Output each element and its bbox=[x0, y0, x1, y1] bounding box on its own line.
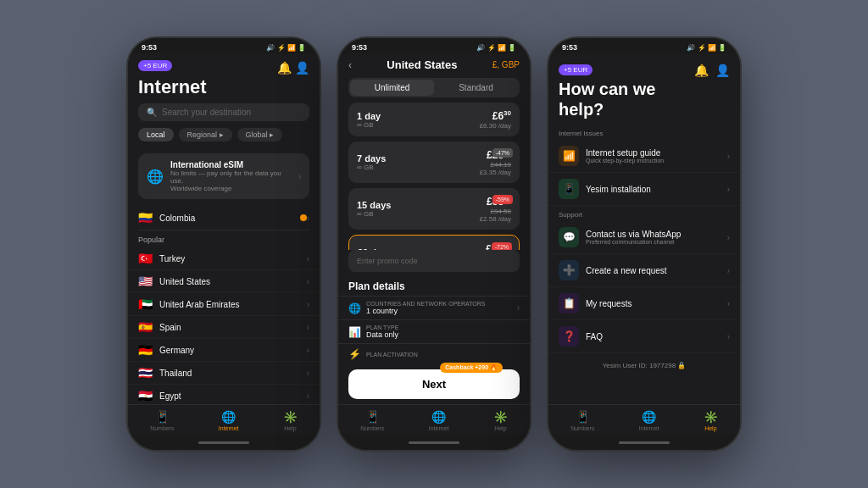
plan-15days-label: 15 days bbox=[357, 200, 391, 210]
esim-sub2: Worldwide coverage bbox=[170, 185, 292, 192]
status-time-2: 9:53 bbox=[352, 43, 367, 52]
p3-nav-help[interactable]: ✳️ Help bbox=[704, 410, 718, 431]
status-time-3: 9:53 bbox=[562, 43, 577, 52]
plan-7days[interactable]: 7 days ∞ GB £2340 £44.10 £3.35 /day -47% bbox=[348, 141, 520, 183]
p2-nav-internet[interactable]: 🌐 Internet bbox=[429, 410, 449, 431]
p3-numbers-label: Numbers bbox=[570, 425, 594, 431]
p1-tabs: Local Regional ▸ Global ▸ bbox=[138, 128, 309, 141]
help-new-request[interactable]: ➕ Create a new request › bbox=[548, 254, 740, 287]
colombia-item[interactable]: 🇨🇴 Colombia › bbox=[138, 206, 309, 230]
nav-numbers[interactable]: 📱 Numbers bbox=[150, 410, 174, 431]
nav-internet-label: Internet bbox=[219, 425, 239, 431]
plan-15days-info: 15 days ∞ GB bbox=[357, 200, 391, 218]
setup-guide-title: Internet setup guide bbox=[586, 148, 721, 158]
p2-nav-help[interactable]: ✳️ Help bbox=[493, 410, 508, 431]
help-faq[interactable]: ❓ FAQ › bbox=[548, 320, 740, 353]
p2-help-label: Help bbox=[494, 425, 506, 431]
status-icons-1: 🔊 ⚡ 📶 🔋 bbox=[266, 44, 306, 52]
plan-30days[interactable]: 30 days ∞ GB £5220 £189 £1.75 /day -72% bbox=[348, 235, 520, 250]
popular-label: Popular bbox=[138, 230, 309, 247]
plan-details-label: Plan details bbox=[338, 277, 530, 296]
flag-germany: 🇩🇪 bbox=[138, 343, 153, 357]
esim-subtitle: No limits — pay only for the data you us… bbox=[170, 169, 292, 185]
help-whatsapp[interactable]: 💬 Contact us via WhatsApp Preferred comm… bbox=[548, 221, 740, 254]
p3-header-icons: 🔔 👤 bbox=[694, 60, 730, 77]
help-my-requests[interactable]: 📋 My requests › bbox=[548, 287, 740, 320]
plan-15days-gb: ∞ GB bbox=[357, 210, 391, 218]
p3-badge[interactable]: +5 EUR bbox=[559, 64, 593, 75]
tab-global[interactable]: Global ▸ bbox=[237, 128, 283, 141]
p2-numbers-label: Numbers bbox=[360, 425, 384, 431]
promo-input[interactable]: Enter promo code bbox=[348, 250, 520, 272]
yesim-install-title: Yesim installation bbox=[586, 185, 721, 194]
p2-internet-label: Internet bbox=[429, 425, 449, 431]
next-button[interactable]: Cashback +290 🔥 Next bbox=[348, 369, 520, 399]
help-icon: ✳️ bbox=[283, 410, 298, 424]
country-uae: United Arab Emirates bbox=[159, 300, 307, 309]
list-item[interactable]: 🇹🇷 Turkey › bbox=[128, 247, 320, 270]
tab-standard[interactable]: Standard bbox=[434, 80, 518, 96]
p1-search-bar[interactable]: 🔍 Search your destination bbox=[138, 103, 309, 121]
p1-header: +5 EUR 🔔 👤 Internet 🔍 Search your destin… bbox=[128, 53, 320, 153]
p3-title-block: +5 EUR How can wehelp? bbox=[559, 60, 655, 119]
list-item[interactable]: 🇪🇬 Egypt › bbox=[128, 385, 320, 404]
country-turkey: Turkey bbox=[159, 254, 307, 263]
plan-15days[interactable]: 15 days ∞ GB £3870 £94.50 £2.58 /day -59… bbox=[348, 188, 520, 230]
status-icons-3: 🔊 ⚡ 📶 🔋 bbox=[687, 44, 726, 52]
faq-icon: ❓ bbox=[559, 326, 579, 347]
next-label: Next bbox=[422, 378, 446, 391]
p2-plan-tabs: Unlimited Standard bbox=[348, 78, 520, 97]
back-button[interactable]: ‹ bbox=[348, 59, 352, 71]
list-item[interactable]: 🇪🇸 Spain › bbox=[128, 316, 320, 339]
list-item[interactable]: 🇦🇪 United Arab Emirates › bbox=[128, 293, 320, 316]
nav-help[interactable]: ✳️ Help bbox=[283, 410, 298, 431]
plan-15days-per: £2.58 /day bbox=[480, 215, 511, 223]
tab-local[interactable]: Local bbox=[138, 128, 174, 141]
new-request-text: Create a new request bbox=[586, 266, 721, 275]
plan-30days-info: 30 days ∞ GB bbox=[358, 247, 392, 250]
phone-2: 9:53 🔊 ⚡ 📶 🔋 ‹ United States £, GBP Unli… bbox=[337, 36, 531, 452]
help-setup-guide[interactable]: 📶 Internet setup guide Quick step-by-ste… bbox=[548, 140, 740, 173]
whatsapp-sub: Preferred communication channel bbox=[586, 239, 721, 245]
flag-turkey: 🇹🇷 bbox=[138, 252, 153, 265]
internet-issues-label: Internet Issues bbox=[548, 125, 740, 140]
p3-bell-icon[interactable]: 🔔 bbox=[694, 64, 709, 77]
p3-title: How can wehelp? bbox=[559, 79, 655, 119]
p3-profile-icon[interactable]: 👤 bbox=[715, 64, 730, 77]
p3-header: +5 EUR How can wehelp? 🔔 👤 bbox=[548, 53, 740, 125]
yesim-install-icon: 📱 bbox=[559, 179, 579, 199]
p1-bottom-nav: 📱 Numbers 🌐 Internet ✳️ Help bbox=[128, 404, 320, 435]
list-item[interactable]: 🇹🇭 Thailand › bbox=[128, 362, 320, 385]
p2-internet-icon: 🌐 bbox=[431, 410, 446, 424]
list-item[interactable]: 🇺🇸 United States › bbox=[128, 270, 320, 293]
plan-1day[interactable]: 1 day ∞ GB £630 £6.30 /day bbox=[348, 103, 520, 136]
tab-regional[interactable]: Regional ▸ bbox=[179, 128, 232, 141]
detail-arrow: › bbox=[517, 303, 520, 313]
p2-help-icon: ✳️ bbox=[493, 410, 508, 424]
screen-1: +5 EUR 🔔 👤 Internet 🔍 Search your destin… bbox=[128, 53, 320, 435]
p3-nav-internet[interactable]: 🌐 Internet bbox=[639, 410, 659, 431]
tab-unlimited[interactable]: Unlimited bbox=[350, 80, 434, 96]
colombia-name: Colombia bbox=[159, 214, 297, 223]
plan-1day-info: 1 day ∞ GB bbox=[357, 111, 381, 129]
flag-thailand: 🇹🇭 bbox=[138, 366, 153, 380]
nav-internet[interactable]: 🌐 Internet bbox=[219, 410, 239, 431]
help-yesim-install[interactable]: 📱 Yesim installation › bbox=[548, 173, 740, 206]
p1-esim-text: International eSIM No limits — pay only … bbox=[170, 160, 292, 192]
list-item[interactable]: 🇩🇪 Germany › bbox=[128, 339, 320, 362]
detail-plantype-text: PLAN TYPE Data only bbox=[366, 324, 398, 339]
detail-activation-text: PLAN ACTIVATION bbox=[366, 352, 418, 358]
p2-nav-numbers[interactable]: 📱 Numbers bbox=[360, 410, 384, 431]
arrow-icon: › bbox=[307, 277, 309, 286]
p1-esim-card[interactable]: 🌐 International eSIM No limits — pay onl… bbox=[138, 153, 309, 199]
plan-7days-discount: -47% bbox=[492, 148, 513, 158]
p2-bottom-nav: 📱 Numbers 🌐 Internet ✳️ Help bbox=[338, 404, 530, 435]
my-requests-arrow: › bbox=[727, 299, 730, 308]
p1-badge[interactable]: +5 EUR bbox=[138, 60, 172, 71]
plan-1day-amount: £630 bbox=[480, 109, 511, 122]
p3-nav-numbers[interactable]: 📱 Numbers bbox=[570, 410, 594, 431]
cashback-badge: Cashback +290 🔥 bbox=[440, 363, 503, 373]
bell-icon[interactable]: 🔔 👤 bbox=[277, 61, 309, 75]
colombia-arrow: › bbox=[307, 214, 309, 223]
p2-currency[interactable]: £, GBP bbox=[492, 60, 520, 69]
